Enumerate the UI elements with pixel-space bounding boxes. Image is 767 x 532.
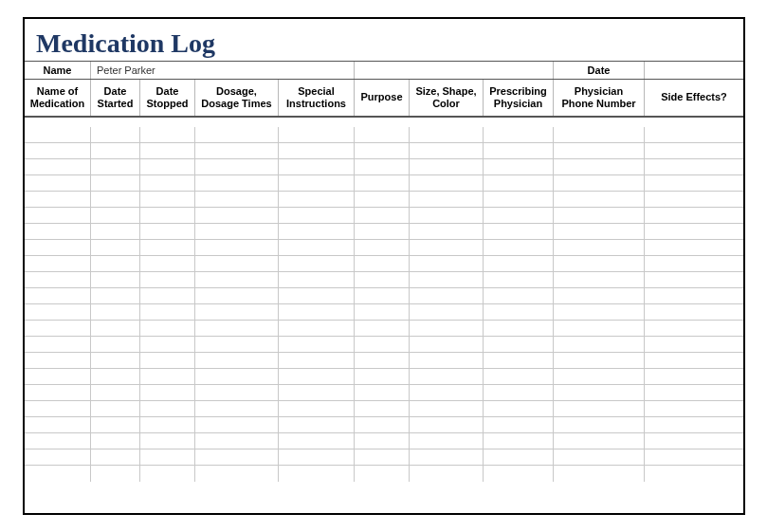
table-cell[interactable] [279, 353, 355, 368]
table-cell[interactable] [140, 353, 195, 368]
table-cell[interactable] [140, 143, 195, 158]
table-cell[interactable] [645, 127, 743, 142]
table-cell[interactable] [91, 417, 140, 432]
table-cell[interactable] [91, 337, 140, 352]
table-cell[interactable] [484, 143, 554, 158]
table-cell[interactable] [410, 143, 484, 158]
table-cell[interactable] [554, 321, 645, 336]
table-cell[interactable] [140, 466, 195, 482]
table-cell[interactable] [410, 208, 484, 223]
table-cell[interactable] [554, 224, 645, 239]
table-cell[interactable] [25, 449, 91, 465]
table-cell[interactable] [554, 127, 645, 142]
table-cell[interactable] [484, 256, 554, 271]
table-cell[interactable] [645, 433, 743, 449]
table-cell[interactable] [554, 449, 645, 465]
table-cell[interactable] [355, 417, 410, 432]
table-cell[interactable] [140, 401, 195, 416]
table-cell[interactable] [355, 433, 410, 449]
table-cell[interactable] [25, 192, 91, 207]
table-cell[interactable] [91, 143, 140, 158]
table-cell[interactable] [355, 192, 410, 207]
table-cell[interactable] [355, 256, 410, 271]
table-cell[interactable] [410, 159, 484, 174]
table-cell[interactable] [91, 466, 140, 482]
table-cell[interactable] [484, 288, 554, 303]
table-cell[interactable] [410, 256, 484, 271]
table-cell[interactable] [91, 449, 140, 465]
table-cell[interactable] [140, 288, 195, 303]
table-cell[interactable] [140, 256, 195, 271]
table-cell[interactable] [645, 175, 743, 191]
table-cell[interactable] [484, 466, 554, 482]
table-cell[interactable] [355, 159, 410, 174]
table-cell[interactable] [140, 449, 195, 465]
table-cell[interactable] [355, 401, 410, 416]
table-cell[interactable] [410, 353, 484, 368]
table-cell[interactable] [355, 337, 410, 352]
table-cell[interactable] [279, 466, 355, 482]
table-cell[interactable] [554, 143, 645, 158]
table-cell[interactable] [645, 385, 743, 400]
table-cell[interactable] [91, 272, 140, 287]
table-cell[interactable] [91, 127, 140, 142]
table-cell[interactable] [645, 337, 743, 352]
table-cell[interactable] [25, 385, 91, 400]
table-cell[interactable] [645, 240, 743, 255]
table-cell[interactable] [91, 240, 140, 255]
table-cell[interactable] [410, 240, 484, 255]
table-cell[interactable] [410, 337, 484, 352]
table-cell[interactable] [410, 321, 484, 336]
table-cell[interactable] [484, 272, 554, 287]
table-cell[interactable] [410, 401, 484, 416]
table-cell[interactable] [645, 159, 743, 174]
table-cell[interactable] [645, 417, 743, 432]
table-cell[interactable] [645, 272, 743, 287]
table-cell[interactable] [279, 159, 355, 174]
table-cell[interactable] [645, 256, 743, 271]
table-cell[interactable] [25, 272, 91, 287]
table-cell[interactable] [140, 175, 195, 191]
table-cell[interactable] [554, 240, 645, 255]
table-cell[interactable] [410, 449, 484, 465]
table-cell[interactable] [355, 321, 410, 336]
table-cell[interactable] [554, 288, 645, 303]
table-cell[interactable] [355, 449, 410, 465]
table-cell[interactable] [91, 353, 140, 368]
table-cell[interactable] [554, 369, 645, 384]
table-cell[interactable] [91, 288, 140, 303]
table-cell[interactable] [91, 369, 140, 384]
table-cell[interactable] [484, 353, 554, 368]
table-cell[interactable] [554, 208, 645, 223]
table-cell[interactable] [91, 208, 140, 223]
table-cell[interactable] [25, 159, 91, 174]
table-cell[interactable] [645, 288, 743, 303]
table-cell[interactable] [410, 385, 484, 400]
table-cell[interactable] [91, 175, 140, 191]
table-cell[interactable] [279, 192, 355, 207]
table-cell[interactable] [140, 417, 195, 432]
table-cell[interactable] [484, 337, 554, 352]
table-cell[interactable] [195, 240, 279, 255]
table-cell[interactable] [140, 321, 195, 336]
table-cell[interactable] [554, 304, 645, 320]
table-cell[interactable] [140, 127, 195, 142]
table-cell[interactable] [554, 385, 645, 400]
table-cell[interactable] [410, 192, 484, 207]
table-cell[interactable] [195, 433, 279, 449]
table-cell[interactable] [195, 143, 279, 158]
table-cell[interactable] [195, 321, 279, 336]
table-cell[interactable] [279, 385, 355, 400]
table-cell[interactable] [140, 304, 195, 320]
table-cell[interactable] [195, 127, 279, 142]
table-cell[interactable] [91, 256, 140, 271]
table-cell[interactable] [195, 208, 279, 223]
table-cell[interactable] [355, 175, 410, 191]
table-cell[interactable] [195, 224, 279, 239]
table-cell[interactable] [554, 175, 645, 191]
table-cell[interactable] [484, 369, 554, 384]
table-cell[interactable] [25, 433, 91, 449]
table-cell[interactable] [355, 369, 410, 384]
table-cell[interactable] [195, 353, 279, 368]
table-cell[interactable] [554, 192, 645, 207]
